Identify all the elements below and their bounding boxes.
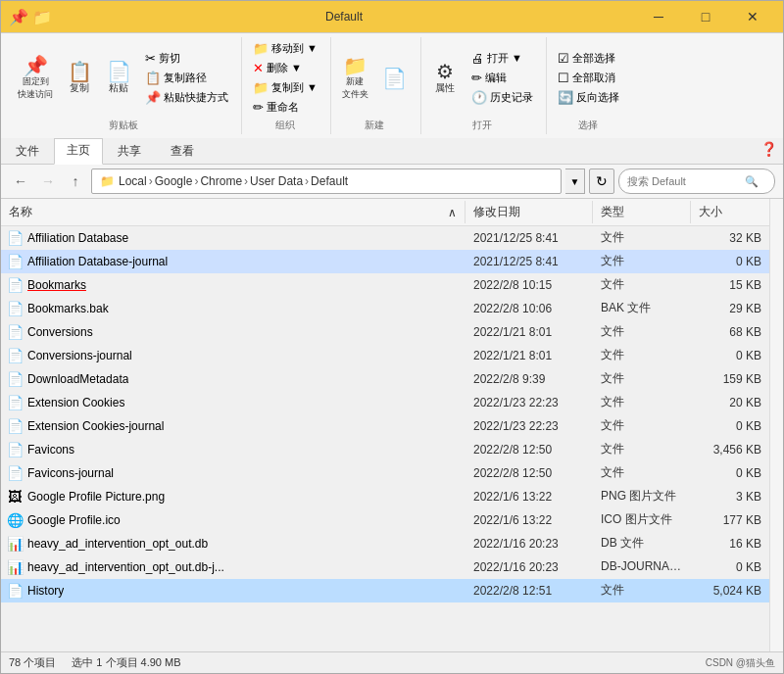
cut-button[interactable]: ✂剪切 <box>140 49 233 68</box>
forward-button[interactable]: → <box>36 169 60 193</box>
properties-icon: ⚙ <box>436 62 454 81</box>
open-icon: 🖨 <box>471 51 484 66</box>
file-name-text: Bookmarks <box>27 278 86 292</box>
file-date: 2022/1/21 8:01 <box>466 322 593 342</box>
edit-button[interactable]: ✏编辑 <box>466 69 538 87</box>
delete-button[interactable]: ✕删除 ▼ <box>248 59 322 77</box>
history-button[interactable]: 🕐历史记录 <box>466 88 538 107</box>
table-row[interactable]: 📄 History 2022/2/8 12:51 文件 5,024 KB <box>1 579 769 602</box>
paste-shortcut-icon: 📌 <box>145 90 161 105</box>
file-size: 159 KB <box>691 369 769 389</box>
file-icon: 📄 <box>7 418 23 434</box>
table-row[interactable]: 📄 Favicons-journal 2022/2/8 12:50 文件 0 K… <box>1 461 769 485</box>
table-row[interactable]: 📄 DownloadMetadata 2022/2/8 9:39 文件 159 … <box>1 367 769 391</box>
path-userdata[interactable]: User Data <box>250 174 303 188</box>
col-header-type[interactable]: 类型 <box>593 201 691 223</box>
column-headers: 名称 ∧ 修改日期 类型 大小 <box>1 199 769 226</box>
up-button[interactable]: ↑ <box>64 169 87 193</box>
edit-icon: ✏ <box>471 71 482 85</box>
move-to-button[interactable]: 📁移动到 ▼ <box>248 39 322 58</box>
refresh-button[interactable]: ↻ <box>589 168 614 194</box>
file-type: 文件 <box>593 320 691 343</box>
file-name-cell: 📄 Extension Cookies-journal <box>1 415 466 437</box>
new-item-button[interactable]: 📄 <box>377 66 413 91</box>
file-type: 文件 <box>593 461 691 484</box>
copy-to-button[interactable]: 📁复制到 ▼ <box>248 78 322 97</box>
path-local[interactable]: Local <box>119 174 147 188</box>
select-all-button[interactable]: ☑全部选择 <box>553 49 624 68</box>
search-box[interactable]: 🔍 <box>618 168 775 194</box>
help-button[interactable]: ❓ <box>755 138 783 164</box>
properties-button[interactable]: ⚙ 属性 <box>427 59 463 98</box>
tab-file[interactable]: 文件 <box>1 138 54 164</box>
path-chrome[interactable]: Chrome <box>200 174 242 188</box>
organize-group: 📁移动到 ▼ ✕删除 ▼ 📁复制到 ▼ ✏重命名 组织 <box>244 37 331 134</box>
open-label: 打开 <box>472 119 492 132</box>
tab-view[interactable]: 查看 <box>156 138 209 164</box>
table-row[interactable]: 📄 Extension Cookies-journal 2022/1/23 22… <box>1 414 769 438</box>
table-row[interactable]: 🖼 Google Profile Picture.png 2022/1/6 13… <box>1 485 769 508</box>
file-name-cell: 📄 Conversions-journal <box>1 345 466 366</box>
table-row[interactable]: 📄 Bookmarks.bak 2022/2/8 10:06 BAK 文件 29… <box>1 297 769 320</box>
file-icon: 🖼 <box>7 489 23 505</box>
invert-select-button[interactable]: 🔄反向选择 <box>553 88 624 107</box>
clipboard-group-content: 📌 固定到快速访问 📋 复制 📄 粘贴 ✂剪切 📋复制路径 📌粘贴快捷方式 <box>13 39 233 117</box>
table-row[interactable]: 📄 Conversions 2022/1/21 8:01 文件 68 KB <box>1 320 769 344</box>
col-header-size[interactable]: 大小 <box>691 201 769 223</box>
clipboard-label: 剪贴板 <box>109 119 138 132</box>
file-date: 2022/2/8 9:39 <box>466 369 593 389</box>
file-size: 0 KB <box>691 557 769 577</box>
file-type: DB 文件 <box>593 532 691 554</box>
pin-icon: 📌 <box>24 56 48 75</box>
file-name-text: heavy_ad_intervention_opt_out.db-j... <box>27 560 224 574</box>
minimize-button[interactable]: ─ <box>636 1 681 32</box>
table-row[interactable]: 📄 Affiliation Database-journal 2021/12/2… <box>1 250 769 273</box>
paste-shortcut-button[interactable]: 📌粘贴快捷方式 <box>140 88 233 107</box>
select-label: 选择 <box>578 119 598 132</box>
path-google[interactable]: Google <box>155 174 193 188</box>
address-path[interactable]: 📁 Local › Google › Chrome › User Data › … <box>91 168 562 194</box>
file-icon: 📄 <box>7 301 23 316</box>
file-name-text: DownloadMetadata <box>27 372 128 386</box>
file-date: 2022/1/6 13:22 <box>466 510 593 530</box>
tab-home[interactable]: 主页 <box>54 138 103 165</box>
table-row[interactable]: 🌐 Google Profile.ico 2022/1/6 13:22 ICO … <box>1 508 769 532</box>
pin-to-quick-access-button[interactable]: 📌 固定到快速访问 <box>13 53 58 104</box>
copy-path-button[interactable]: 📋复制路径 <box>140 69 233 87</box>
close-button[interactable]: ✕ <box>730 1 775 32</box>
search-icon: 🔍 <box>745 175 759 188</box>
paste-button[interactable]: 📄 粘贴 <box>101 59 136 98</box>
file-name-cell: 📄 History <box>1 580 466 602</box>
search-input[interactable] <box>627 175 745 187</box>
table-row[interactable]: 📊 heavy_ad_intervention_opt_out.db-j... … <box>1 555 769 579</box>
table-row[interactable]: 📄 Favicons 2022/2/8 12:50 文件 3,456 KB <box>1 438 769 461</box>
tab-share[interactable]: 共享 <box>103 138 156 164</box>
file-size: 68 KB <box>691 322 769 342</box>
maximize-button[interactable]: □ <box>683 1 728 32</box>
file-date: 2022/1/16 20:23 <box>466 557 593 577</box>
file-date: 2022/2/8 12:50 <box>466 440 593 459</box>
table-row[interactable]: 📄 Conversions-journal 2022/1/21 8:01 文件 … <box>1 344 769 367</box>
file-list[interactable]: 名称 ∧ 修改日期 类型 大小 📄 Affiliation Database 2… <box>1 199 769 651</box>
deselect-all-button[interactable]: ☐全部取消 <box>553 69 624 87</box>
new-folder-button[interactable]: 📁 新建文件夹 <box>337 53 373 104</box>
copy-button[interactable]: 📋 复制 <box>62 59 97 98</box>
move-icon: 📁 <box>253 41 269 56</box>
rename-button[interactable]: ✏重命名 <box>248 98 322 117</box>
table-row[interactable]: 📄 Extension Cookies 2022/1/23 22:23 文件 2… <box>1 391 769 414</box>
file-name-cell: 📄 DownloadMetadata <box>1 368 466 390</box>
table-row[interactable]: 📊 heavy_ad_intervention_opt_out.db 2022/… <box>1 532 769 555</box>
file-name-cell: 📊 heavy_ad_intervention_opt_out.db-j... <box>1 556 466 578</box>
address-dropdown-button[interactable]: ▼ <box>565 168 585 194</box>
file-name-cell: 🌐 Google Profile.ico <box>1 509 466 531</box>
open-button[interactable]: 🖨打开 ▼ <box>466 49 538 68</box>
back-button[interactable]: ← <box>9 169 32 193</box>
col-header-date[interactable]: 修改日期 <box>466 201 593 223</box>
table-row[interactable]: 📄 Affiliation Database 2021/12/25 8:41 文… <box>1 226 769 250</box>
file-date: 2021/12/25 8:41 <box>466 252 593 271</box>
path-default[interactable]: Default <box>311 174 348 188</box>
file-type: DB-JOURNAL 文件 <box>593 555 691 578</box>
table-row[interactable]: 📄 Bookmarks 2022/2/8 10:15 文件 15 KB <box>1 273 769 297</box>
col-header-name[interactable]: 名称 ∧ <box>1 201 466 223</box>
file-icon: 📄 <box>7 324 23 340</box>
